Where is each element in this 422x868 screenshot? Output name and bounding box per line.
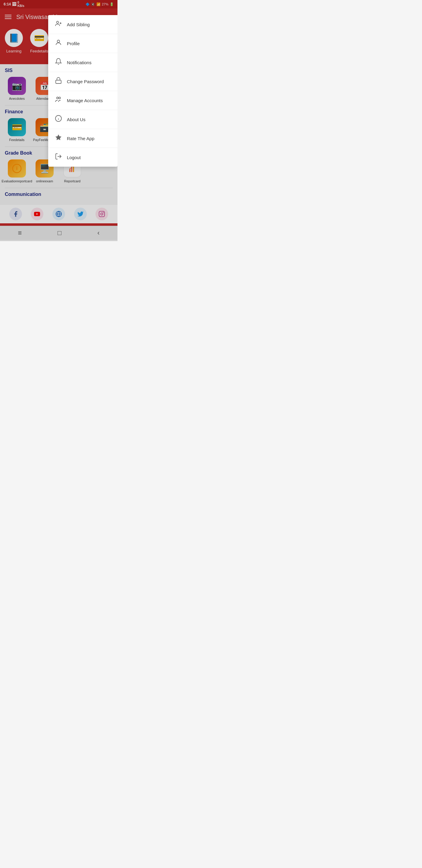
add-sibling-icon <box>54 20 63 29</box>
svg-point-17 <box>57 40 60 42</box>
manage-accounts-menu-item[interactable]: Manage Accounts <box>48 91 118 110</box>
change-password-menu-item[interactable]: Change Password <box>48 72 118 91</box>
dropdown-menu: Add Sibling Profile Notifications Change <box>48 15 118 167</box>
rate-app-menu-item[interactable]: Rate The App <box>48 129 118 148</box>
rate-app-label: Rate The App <box>67 136 94 141</box>
notifications-icon <box>54 58 63 67</box>
about-us-icon <box>54 115 63 124</box>
logout-menu-item[interactable]: Logout <box>48 148 118 167</box>
svg-point-20 <box>59 97 61 99</box>
manage-accounts-label: Manage Accounts <box>67 98 103 103</box>
logout-label: Logout <box>67 155 81 160</box>
change-password-label: Change Password <box>67 79 104 84</box>
profile-icon <box>54 39 63 48</box>
add-sibling-label: Add Sibling <box>67 22 90 27</box>
manage-accounts-icon <box>54 96 63 105</box>
svg-point-19 <box>57 97 59 99</box>
logout-icon <box>54 153 63 162</box>
change-password-icon <box>54 77 63 86</box>
about-us-menu-item[interactable]: About Us <box>48 110 118 129</box>
rate-app-icon <box>54 134 63 143</box>
about-us-label: About Us <box>67 117 86 122</box>
svg-marker-24 <box>56 134 61 140</box>
notifications-label: Notifications <box>67 60 92 65</box>
svg-rect-18 <box>56 80 61 84</box>
profile-label: Profile <box>67 41 80 46</box>
notifications-menu-item[interactable]: Notifications <box>48 53 118 72</box>
add-sibling-menu-item[interactable]: Add Sibling <box>48 15 118 34</box>
profile-menu-item[interactable]: Profile <box>48 34 118 53</box>
svg-point-14 <box>57 22 59 24</box>
